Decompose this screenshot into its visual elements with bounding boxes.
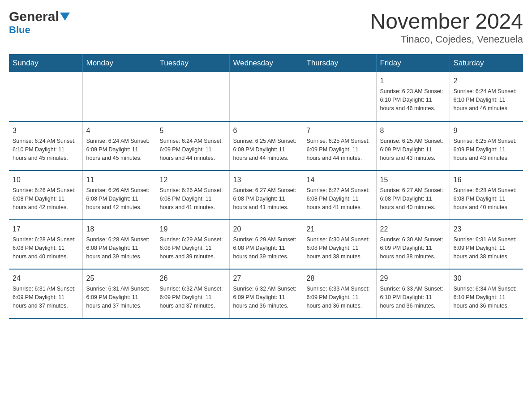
logo-blue-text: Blue	[9, 24, 30, 36]
calendar-cell: 17Sunrise: 6:28 AM Sunset: 6:08 PM Dayli…	[9, 220, 82, 269]
calendar-cell: 10Sunrise: 6:26 AM Sunset: 6:08 PM Dayli…	[9, 171, 82, 220]
header-tuesday: Tuesday	[156, 54, 229, 72]
calendar-cell	[303, 72, 376, 121]
calendar-cell: 30Sunrise: 6:34 AM Sunset: 6:10 PM Dayli…	[450, 269, 523, 318]
calendar-cell: 23Sunrise: 6:31 AM Sunset: 6:09 PM Dayli…	[450, 220, 523, 269]
day-number: 30	[454, 273, 520, 284]
day-info: Sunrise: 6:30 AM Sunset: 6:09 PM Dayligh…	[380, 235, 446, 261]
calendar-cell: 25Sunrise: 6:31 AM Sunset: 6:09 PM Dayli…	[82, 269, 156, 318]
day-info: Sunrise: 6:27 AM Sunset: 6:08 PM Dayligh…	[307, 186, 373, 211]
calendar-week-row: 1Sunrise: 6:23 AM Sunset: 6:10 PM Daylig…	[9, 72, 523, 121]
day-number: 19	[160, 224, 226, 235]
day-number: 14	[307, 175, 373, 185]
calendar-cell: 4Sunrise: 6:24 AM Sunset: 6:09 PM Daylig…	[82, 121, 156, 171]
day-info: Sunrise: 6:30 AM Sunset: 6:08 PM Dayligh…	[307, 235, 373, 261]
calendar-cell: 27Sunrise: 6:32 AM Sunset: 6:09 PM Dayli…	[229, 269, 303, 318]
day-info: Sunrise: 6:31 AM Sunset: 6:09 PM Dayligh…	[454, 235, 520, 261]
calendar-cell: 5Sunrise: 6:24 AM Sunset: 6:09 PM Daylig…	[156, 121, 229, 171]
calendar-cell	[156, 72, 229, 121]
calendar-cell: 2Sunrise: 6:24 AM Sunset: 6:10 PM Daylig…	[450, 72, 523, 121]
day-number: 8	[380, 125, 446, 136]
day-info: Sunrise: 6:31 AM Sunset: 6:09 PM Dayligh…	[13, 285, 79, 310]
calendar-cell: 1Sunrise: 6:23 AM Sunset: 6:10 PM Daylig…	[376, 72, 450, 121]
calendar-cell: 19Sunrise: 6:29 AM Sunset: 6:08 PM Dayli…	[156, 220, 229, 269]
calendar-cell: 14Sunrise: 6:27 AM Sunset: 6:08 PM Dayli…	[303, 171, 376, 220]
day-number: 3	[13, 125, 79, 136]
header-thursday: Thursday	[303, 54, 376, 72]
day-number: 2	[454, 76, 520, 86]
calendar-cell: 16Sunrise: 6:28 AM Sunset: 6:08 PM Dayli…	[450, 171, 523, 220]
day-number: 4	[86, 125, 152, 136]
day-number: 29	[380, 273, 446, 284]
title-block: November 2024 Tinaco, Cojedes, Venezuela	[370, 9, 523, 45]
day-info: Sunrise: 6:24 AM Sunset: 6:10 PM Dayligh…	[13, 137, 79, 162]
calendar-cell: 22Sunrise: 6:30 AM Sunset: 6:09 PM Dayli…	[376, 220, 450, 269]
day-number: 16	[454, 175, 520, 185]
header-wednesday: Wednesday	[229, 54, 303, 72]
day-number: 25	[86, 273, 152, 284]
calendar-cell: 12Sunrise: 6:26 AM Sunset: 6:08 PM Dayli…	[156, 171, 229, 220]
day-number: 21	[307, 224, 373, 235]
day-number: 17	[13, 224, 79, 235]
calendar-cell: 13Sunrise: 6:27 AM Sunset: 6:08 PM Dayli…	[229, 171, 303, 220]
day-info: Sunrise: 6:27 AM Sunset: 6:08 PM Dayligh…	[233, 186, 299, 211]
calendar-cell: 9Sunrise: 6:25 AM Sunset: 6:09 PM Daylig…	[450, 121, 523, 171]
calendar-cell: 8Sunrise: 6:25 AM Sunset: 6:09 PM Daylig…	[376, 121, 450, 171]
calendar-cell: 20Sunrise: 6:29 AM Sunset: 6:08 PM Dayli…	[229, 220, 303, 269]
calendar-cell: 15Sunrise: 6:27 AM Sunset: 6:08 PM Dayli…	[376, 171, 450, 220]
day-info: Sunrise: 6:32 AM Sunset: 6:09 PM Dayligh…	[160, 285, 226, 310]
day-info: Sunrise: 6:28 AM Sunset: 6:08 PM Dayligh…	[454, 186, 520, 211]
day-number: 13	[233, 175, 299, 185]
day-info: Sunrise: 6:25 AM Sunset: 6:09 PM Dayligh…	[307, 137, 373, 162]
day-info: Sunrise: 6:28 AM Sunset: 6:08 PM Dayligh…	[86, 235, 152, 261]
day-info: Sunrise: 6:25 AM Sunset: 6:09 PM Dayligh…	[454, 137, 520, 162]
day-number: 22	[380, 224, 446, 235]
calendar-header-row: SundayMondayTuesdayWednesdayThursdayFrid…	[9, 54, 523, 72]
day-number: 6	[233, 125, 299, 136]
calendar-cell: 3Sunrise: 6:24 AM Sunset: 6:10 PM Daylig…	[9, 121, 82, 171]
calendar-week-row: 17Sunrise: 6:28 AM Sunset: 6:08 PM Dayli…	[9, 220, 523, 269]
calendar-cell: 7Sunrise: 6:25 AM Sunset: 6:09 PM Daylig…	[303, 121, 376, 171]
calendar-week-row: 24Sunrise: 6:31 AM Sunset: 6:09 PM Dayli…	[9, 269, 523, 318]
day-info: Sunrise: 6:26 AM Sunset: 6:08 PM Dayligh…	[160, 186, 226, 211]
day-info: Sunrise: 6:23 AM Sunset: 6:10 PM Dayligh…	[380, 87, 446, 112]
calendar-cell	[82, 72, 156, 121]
header-sunday: Sunday	[9, 54, 82, 72]
day-number: 26	[160, 273, 226, 284]
logo-general-text: General	[9, 9, 59, 24]
month-year-title: November 2024	[370, 9, 523, 34]
day-number: 7	[307, 125, 373, 136]
day-info: Sunrise: 6:33 AM Sunset: 6:09 PM Dayligh…	[307, 285, 373, 310]
day-info: Sunrise: 6:29 AM Sunset: 6:08 PM Dayligh…	[233, 235, 299, 261]
calendar-cell: 6Sunrise: 6:25 AM Sunset: 6:09 PM Daylig…	[229, 121, 303, 171]
calendar-cell: 11Sunrise: 6:26 AM Sunset: 6:08 PM Dayli…	[82, 171, 156, 220]
location-subtitle: Tinaco, Cojedes, Venezuela	[370, 34, 523, 45]
day-number: 24	[13, 273, 79, 284]
day-info: Sunrise: 6:24 AM Sunset: 6:09 PM Dayligh…	[160, 137, 226, 162]
day-number: 5	[160, 125, 226, 136]
day-info: Sunrise: 6:26 AM Sunset: 6:08 PM Dayligh…	[86, 186, 152, 211]
day-info: Sunrise: 6:34 AM Sunset: 6:10 PM Dayligh…	[454, 285, 520, 310]
header-monday: Monday	[82, 54, 156, 72]
day-number: 12	[160, 175, 226, 185]
svg-marker-0	[60, 13, 70, 21]
calendar-week-row: 10Sunrise: 6:26 AM Sunset: 6:08 PM Dayli…	[9, 171, 523, 220]
day-number: 15	[380, 175, 446, 185]
calendar-cell: 24Sunrise: 6:31 AM Sunset: 6:09 PM Dayli…	[9, 269, 82, 318]
header-friday: Friday	[376, 54, 450, 72]
calendar-cell: 21Sunrise: 6:30 AM Sunset: 6:08 PM Dayli…	[303, 220, 376, 269]
logo-arrow-icon	[60, 13, 70, 21]
day-number: 18	[86, 224, 152, 235]
day-number: 20	[233, 224, 299, 235]
day-info: Sunrise: 6:33 AM Sunset: 6:10 PM Dayligh…	[380, 285, 446, 310]
calendar-cell	[9, 72, 82, 121]
calendar-cell: 29Sunrise: 6:33 AM Sunset: 6:10 PM Dayli…	[376, 269, 450, 318]
header-saturday: Saturday	[450, 54, 523, 72]
calendar-cell: 18Sunrise: 6:28 AM Sunset: 6:08 PM Dayli…	[82, 220, 156, 269]
day-info: Sunrise: 6:27 AM Sunset: 6:08 PM Dayligh…	[380, 186, 446, 211]
day-number: 27	[233, 273, 299, 284]
day-number: 1	[380, 76, 446, 86]
day-info: Sunrise: 6:24 AM Sunset: 6:10 PM Dayligh…	[454, 87, 520, 112]
day-info: Sunrise: 6:26 AM Sunset: 6:08 PM Dayligh…	[13, 186, 79, 211]
day-number: 11	[86, 175, 152, 185]
